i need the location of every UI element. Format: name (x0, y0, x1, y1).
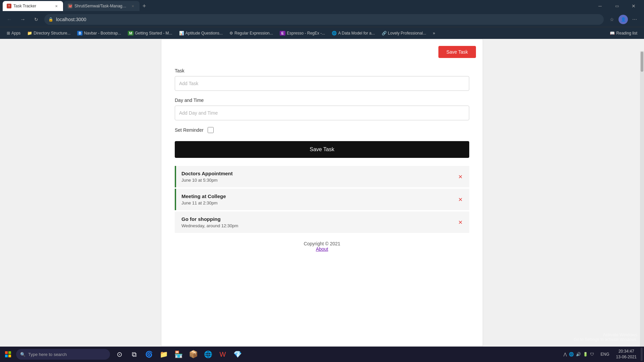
bookmark-directory[interactable]: 📁 Directory Structure... (24, 29, 73, 37)
bookmark-data-model-label: A Data Model for a... (338, 31, 375, 36)
close-window-button[interactable]: ✕ (626, 0, 641, 12)
tab-task-tracker[interactable]: T Task Tracker ✕ (3, 1, 63, 11)
copyright-text: Copyright © 2021 (181, 241, 463, 246)
task-time-shopping: Wednesday, around 12:30pm (181, 223, 457, 228)
bookmark-star-icon[interactable]: ☆ (606, 14, 617, 25)
url-bar[interactable]: 🔒 localhost:3000 (44, 14, 604, 25)
task-time-meeting: June 11 at 2:30pm (181, 200, 457, 205)
taskbar-task-view-icon[interactable]: ⧉ (127, 348, 141, 361)
day-time-input[interactable] (175, 106, 469, 120)
tab-label-task-manager: ShrutiSemwal/Task-Manager: A... (74, 4, 128, 8)
form-section: Task Day and Time Set Reminder Save Task… (168, 65, 476, 265)
reminder-checkbox[interactable] (208, 127, 214, 133)
svg-rect-3 (8, 355, 11, 357)
taskbar-store-icon[interactable]: 🏪 (172, 348, 185, 361)
bookmark-lovely-icon: 🔗 (382, 31, 387, 36)
reading-list-icon: 📖 (610, 31, 615, 36)
svg-rect-2 (5, 355, 8, 357)
bookmark-directory-icon: 📁 (27, 31, 32, 36)
task-delete-meeting[interactable]: ✕ (457, 195, 464, 204)
windows-logo-icon (5, 351, 11, 357)
language-text: ENG (601, 352, 609, 357)
tab-close-task-tracker[interactable]: ✕ (54, 3, 59, 9)
tray-network-icon[interactable]: 🌐 (569, 352, 574, 357)
scrollbar[interactable] (640, 51, 644, 347)
settings-icon[interactable]: ⋯ (629, 14, 640, 25)
bookmarks-more-icon: » (433, 31, 435, 36)
maximize-button[interactable]: ▭ (609, 0, 625, 12)
start-button[interactable] (1, 348, 15, 361)
taskbar-app1-icon[interactable]: 📦 (186, 348, 200, 361)
task-label: Task (175, 68, 469, 73)
task-item-meeting: Meeting at College June 11 at 2:30pm ✕ (175, 189, 469, 210)
bookmark-espresso-icon: E (280, 31, 285, 36)
taskbar-search[interactable]: 🔍 Type here to search (16, 349, 110, 360)
window-controls: ─ ▭ ✕ (592, 0, 641, 12)
add-task-top-button[interactable]: Save Task (438, 46, 476, 58)
show-desktop-button[interactable] (641, 348, 643, 361)
taskbar-vscode-icon[interactable]: 💎 (231, 348, 244, 361)
clock[interactable]: 20:34:47 13-06-2021 (613, 349, 639, 360)
task-delete-shopping[interactable]: ✕ (457, 218, 464, 227)
bookmark-aptitude[interactable]: 📊 Aptitude Questions... (176, 29, 225, 37)
taskbar-edge-icon[interactable]: 🌀 (142, 348, 156, 361)
clock-time: 20:34:47 (619, 349, 634, 354)
taskbar-cortana-icon[interactable]: ⊙ (113, 348, 126, 361)
svg-rect-0 (5, 351, 8, 354)
task-info-doctors: Doctors Appointment June 10 at 5:30pm (181, 171, 457, 183)
address-bar-actions: ☆ 👤 ⋯ (606, 14, 640, 25)
bookmark-navbar-label: Navbar - Bootstrap... (84, 31, 121, 36)
browser-chrome: T Task Tracker ✕ 🐙 ShrutiSemwal/Task-Man… (0, 0, 644, 39)
tray-antivirus-icon[interactable]: 🛡 (590, 352, 594, 357)
bookmark-lovely[interactable]: 🔗 Lovely Professional... (379, 29, 429, 37)
taskbar-chrome-icon[interactable]: 🌐 (201, 348, 215, 361)
taskbar-explorer-icon[interactable]: 📁 (157, 348, 170, 361)
svg-rect-1 (8, 351, 11, 354)
bookmark-directory-label: Directory Structure... (34, 31, 70, 36)
bookmark-getting-started-label: Getting Started - M... (135, 31, 172, 36)
bookmark-apps[interactable]: ⊞ Apps (4, 29, 23, 37)
day-time-form-group: Day and Time (175, 98, 469, 120)
tab-close-task-manager[interactable]: ✕ (130, 3, 136, 9)
bookmark-regex-icon: ⚙ (229, 31, 233, 36)
bookmarks-more-button[interactable]: » (430, 29, 438, 37)
bookmark-navbar[interactable]: B Navbar - Bootstrap... (74, 29, 124, 37)
tray-battery-icon[interactable]: 🔋 (583, 352, 588, 357)
clock-date: 13-06-2021 (616, 354, 637, 360)
tray-speaker-icon[interactable]: 🔊 (576, 352, 581, 357)
activate-windows-watermark: Activate Windows Go to Settings to activ… (574, 332, 637, 342)
language-indicator[interactable]: ENG (598, 352, 612, 357)
tray-up-arrow-icon[interactable]: ⋀ (564, 352, 567, 357)
bookmark-data-model[interactable]: 🌐 A Data Model for a... (329, 29, 377, 37)
bookmark-getting-started[interactable]: M Getting Started - M... (125, 29, 175, 37)
task-list: Doctors Appointment June 10 at 5:30pm ✕ … (175, 166, 469, 234)
tab-task-manager[interactable]: 🐙 ShrutiSemwal/Task-Manager: A... ✕ (64, 1, 140, 11)
bookmark-getting-started-icon: M (128, 31, 133, 36)
task-delete-doctors[interactable]: ✕ (457, 172, 464, 181)
taskbar-word-icon[interactable]: W (216, 348, 229, 361)
task-form-group: Task (175, 68, 469, 91)
forward-button[interactable]: → (17, 14, 28, 25)
system-tray: ⋀ 🌐 🔊 🔋 🛡 (561, 352, 597, 357)
task-time-doctors: June 10 at 5:30pm (181, 178, 457, 183)
task-title-doctors: Doctors Appointment (181, 171, 457, 176)
reminder-row: Set Reminder (175, 127, 469, 133)
bookmark-espresso-label: Espresso - RegEx -... (287, 31, 325, 36)
bookmark-navbar-icon: B (77, 31, 83, 36)
reload-button[interactable]: ↻ (31, 14, 42, 25)
save-task-button[interactable]: Save Task (175, 141, 469, 158)
task-input[interactable] (175, 76, 469, 91)
back-button[interactable]: ← (4, 14, 15, 25)
bookmark-espresso[interactable]: E Espresso - RegEx -... (277, 29, 328, 37)
address-bar: ← → ↻ 🔒 localhost:3000 ☆ 👤 ⋯ (0, 12, 644, 27)
new-tab-button[interactable]: + (140, 1, 149, 11)
bookmark-data-model-icon: 🌐 (332, 31, 337, 36)
taskbar-center: ⊙ ⧉ 🌀 📁 🏪 📦 🌐 W 💎 (113, 348, 244, 361)
bookmark-regex[interactable]: ⚙ Regular Expression... (227, 29, 276, 37)
reading-list-button[interactable]: 📖 Reading list (607, 29, 640, 37)
minimize-button[interactable]: ─ (592, 0, 608, 12)
profile-icon[interactable]: 👤 (619, 15, 628, 24)
reading-list-label: Reading list (616, 31, 637, 36)
about-link[interactable]: About (316, 246, 328, 252)
bookmark-apps-label: Apps (11, 31, 20, 36)
